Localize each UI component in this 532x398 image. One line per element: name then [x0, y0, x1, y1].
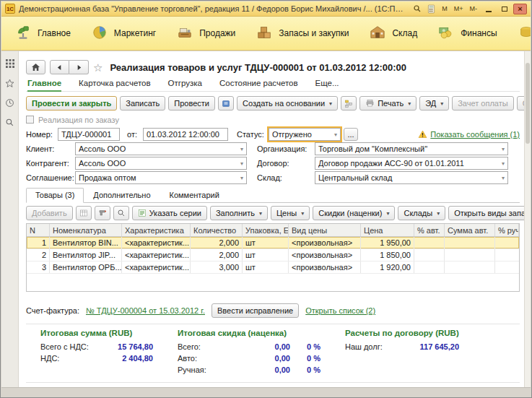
create-based-on-button[interactable]: Создать на основании — [237, 96, 338, 111]
nav-link-shipment[interactable]: Отгрузка — [168, 79, 202, 87]
reports-icon-button[interactable] — [218, 96, 234, 111]
col-quantity[interactable]: Количество — [191, 224, 243, 236]
section-marketing[interactable]: Маркетинг — [81, 17, 166, 50]
number-field[interactable]: ТДЦУ-000001 — [58, 128, 120, 141]
contract-field[interactable]: Договор продажи АСС-90 от 01.01.2011 — [315, 157, 508, 170]
section-partial[interactable] — [507, 17, 531, 50]
discounts-button[interactable]: Скидки (наценки) — [313, 206, 395, 220]
date-field[interactable]: 01.03.2012 12:00:00 — [143, 128, 228, 141]
enter-correction-button[interactable]: Ввести исправление — [212, 303, 299, 318]
col-auto-percent[interactable]: % авт. — [414, 224, 445, 236]
calculator-icon[interactable] — [425, 4, 437, 14]
section-sales[interactable]: Продажи — [166, 17, 245, 50]
barcode-scanner-icon-button[interactable] — [95, 206, 110, 220]
vertical-scrollbar[interactable] — [524, 51, 531, 387]
cell-price: 1 920,00 — [361, 261, 414, 273]
items-toolbar: Добавить Указать серии Заполнить Цены Ск… — [26, 203, 520, 223]
close-button[interactable]: × — [513, 4, 527, 14]
nav-link-main[interactable]: Главное — [27, 79, 61, 87]
section-warehouse[interactable]: Склад — [359, 17, 427, 50]
columns-icon-button[interactable] — [76, 206, 92, 220]
open-list-link[interactable]: Открыть список (2) — [305, 306, 375, 315]
vat-label: НДС: — [40, 354, 98, 363]
scrollbar-thumb[interactable] — [526, 63, 530, 144]
col-characteristic[interactable]: Характеристика — [122, 224, 191, 236]
order-checkbox-label: Реализация по заказу — [38, 116, 119, 124]
nav-link-settlement-card[interactable]: Карточка расчетов — [79, 79, 150, 87]
set-series-button[interactable]: Указать серии — [132, 206, 207, 220]
table-empty-area — [27, 274, 519, 291]
col-auto-sum[interactable]: Сумма авт. — [445, 224, 495, 236]
section-finance[interactable]: Финансы — [427, 17, 507, 50]
table-row[interactable]: 1 Вентилятор BIN... <характеристик... 2,… — [27, 237, 519, 249]
nav-link-more[interactable]: Еще... — [315, 79, 339, 87]
status-more-button[interactable]: ... — [344, 128, 358, 141]
print-button[interactable]: Печать — [359, 96, 417, 111]
status-field[interactable]: Отгружено — [269, 128, 341, 141]
totals-separator — [26, 324, 520, 324]
tab-additional[interactable]: Дополнительно — [84, 188, 160, 203]
write-button[interactable]: Записать — [120, 96, 165, 111]
cell-quantity: 2,000 — [191, 237, 243, 248]
totals-sum-column: Итоговая сумма (RUB) Всего с НДС: 15 764… — [40, 329, 153, 376]
col-manual-percent[interactable]: % руч... — [495, 224, 519, 236]
warehouses-button[interactable]: Склады — [398, 206, 445, 220]
ed-button[interactable]: ЭД — [419, 96, 449, 111]
col-price[interactable]: Цена — [361, 224, 414, 236]
col-unit[interactable]: Упаковка, Ед. изм. — [243, 224, 289, 236]
favorites-icon[interactable] — [4, 77, 17, 89]
search-icon[interactable] — [411, 4, 423, 14]
post-button[interactable]: Провести — [168, 96, 215, 111]
table-grid-icon — [79, 209, 88, 217]
cell-price: 1 950,00 — [361, 237, 414, 248]
fill-button[interactable]: Заполнить — [210, 206, 268, 220]
vat-value: 2 404,80 — [98, 354, 153, 363]
payment-offset-button[interactable]: Зачет оплаты — [452, 96, 513, 111]
search-rows-icon-button[interactable] — [113, 206, 129, 220]
show-messages-link[interactable]: Показать сообщения (1) — [418, 130, 520, 139]
prices-button[interactable]: Цены — [271, 206, 310, 220]
favorite-star-icon[interactable]: ☆ — [93, 62, 103, 73]
client-field[interactable]: Ассоль ООО — [75, 142, 247, 155]
section-inventory[interactable]: Запасы и закупки — [245, 17, 359, 50]
memory-m-button[interactable]: М — [440, 4, 450, 13]
contractor-field[interactable]: Ассоль ООО — [75, 157, 247, 170]
post-and-close-button[interactable]: Провести и закрыть — [26, 96, 117, 111]
warehouse-field[interactable]: Центральный склад — [315, 171, 508, 184]
home-button[interactable] — [26, 60, 45, 74]
memory-m-plus-button[interactable]: М+ — [452, 4, 466, 13]
nav-link-settlement-state[interactable]: Состояние расчетов — [219, 79, 298, 87]
field-row-client: Клиент: Ассоль ООО Организация: Торговый… — [26, 142, 520, 155]
cell-manual-percent — [495, 261, 519, 273]
minimize-button[interactable] — [481, 4, 495, 14]
main-menu-icon[interactable] — [4, 58, 17, 69]
table-row[interactable]: 2 Вентилятор JIP... <характеристик... 2,… — [27, 249, 519, 261]
warning-icon — [418, 130, 427, 139]
related-documents-icon-button[interactable] — [341, 96, 357, 111]
col-n[interactable]: N — [27, 224, 50, 236]
col-nomenclature[interactable]: Номенклатура — [50, 224, 122, 236]
add-row-button[interactable]: Добавить — [26, 206, 73, 220]
forward-button[interactable] — [69, 60, 89, 74]
col-price-kind[interactable]: Вид цены — [289, 224, 361, 236]
order-checkbox[interactable] — [26, 116, 34, 124]
section-main[interactable]: Главное — [4, 17, 81, 50]
total-with-vat-label: Всего с НДС: — [40, 342, 98, 351]
open-stock-types-button[interactable]: Открыть виды запасов — [448, 206, 524, 220]
organization-field[interactable]: Торговый дом "Комплексный" — [315, 142, 508, 155]
search-sidebar-icon[interactable] — [4, 116, 17, 128]
history-icon[interactable] — [4, 97, 17, 108]
section-label: Маркетинг — [114, 28, 156, 38]
maximize-button[interactable] — [497, 4, 511, 14]
back-button[interactable] — [50, 60, 69, 74]
memory-m-minus-button[interactable]: М- — [468, 4, 480, 13]
agreement-field[interactable]: Продажа оптом — [75, 171, 247, 184]
totals-discount-title: Итоговая скидка (наценка) — [178, 329, 320, 337]
table-row[interactable]: 3 Вентилятор ОРБ... <характеристик... 3,… — [27, 261, 519, 274]
invoice-link[interactable]: № ТДЦУ-000004 от 15.03.2012 г. — [86, 306, 205, 315]
money-icon — [437, 25, 455, 43]
loyalty-card-button[interactable]: Считать карту лояльности — [517, 96, 524, 111]
cell-unit: шт — [243, 249, 289, 261]
tab-goods[interactable]: Товары (3) — [26, 188, 84, 203]
tab-comment[interactable]: Комментарий — [160, 188, 229, 203]
